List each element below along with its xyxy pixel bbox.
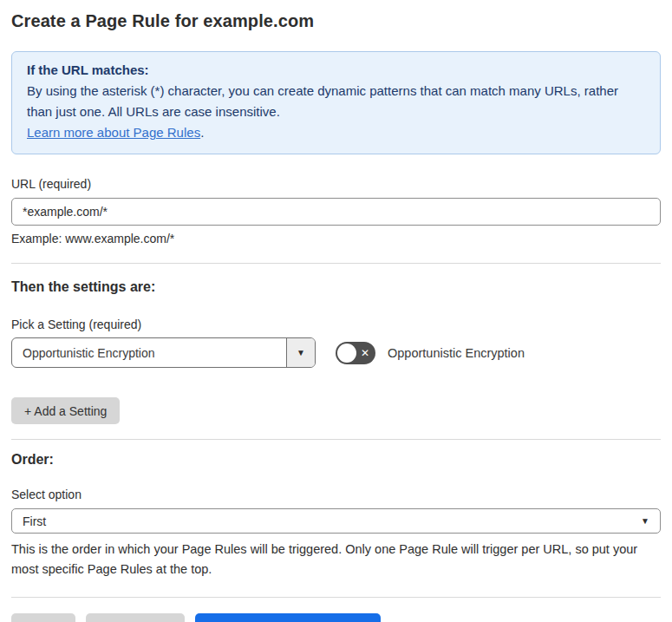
opportunistic-encryption-toggle[interactable]: ✕ <box>336 342 375 364</box>
url-matches-info-box: If the URL matches: By using the asteris… <box>11 51 661 154</box>
save-and-deploy-button[interactable]: Save and Deploy Page Rule <box>195 613 381 622</box>
info-box-body: By using the asterisk (*) character, you… <box>27 81 645 122</box>
divider <box>11 597 661 598</box>
setting-dropdown[interactable]: Opportunistic Encryption ▼ <box>11 337 316 368</box>
form-actions: Cancel Save as Draft Save and Deploy Pag… <box>11 613 661 622</box>
setting-dropdown-value: Opportunistic Encryption <box>12 338 286 367</box>
select-option-label: Select option <box>11 488 661 501</box>
save-as-draft-button[interactable]: Save as Draft <box>86 613 186 622</box>
url-field-label: URL (required) <box>11 177 661 191</box>
chevron-down-icon: ▼ <box>297 349 305 357</box>
divider <box>11 439 661 440</box>
setting-dropdown-button[interactable]: ▼ <box>286 338 315 367</box>
order-select[interactable]: First ▼ <box>11 508 661 534</box>
toggle-off-x-icon: ✕ <box>361 348 369 358</box>
settings-section-heading: Then the settings are: <box>11 279 661 295</box>
info-box-title: If the URL matches: <box>27 60 645 81</box>
pick-setting-label: Pick a Setting (required) <box>11 318 661 331</box>
toggle-label: Opportunistic Encryption <box>388 346 525 360</box>
chevron-down-icon: ▼ <box>641 517 649 526</box>
toggle-knob <box>337 344 356 363</box>
url-input[interactable] <box>11 198 661 226</box>
order-section-heading: Order: <box>11 452 661 468</box>
link-suffix: . <box>200 125 204 140</box>
order-select-value: First <box>23 514 46 528</box>
learn-more-link[interactable]: Learn more about Page Rules <box>27 125 200 140</box>
url-example-hint: Example: www.example.com/* <box>11 232 661 246</box>
info-box-link-line: Learn more about Page Rules. <box>27 122 645 143</box>
order-hint: This is the order in which your Page Rul… <box>11 540 657 579</box>
cancel-button[interactable]: Cancel <box>11 613 75 622</box>
page-title: Create a Page Rule for example.com <box>11 11 661 31</box>
add-setting-button[interactable]: + Add a Setting <box>11 397 120 424</box>
add-setting-row: + Add a Setting <box>11 397 661 424</box>
setting-row: Opportunistic Encryption ▼ ✕ Opportunist… <box>11 337 661 368</box>
divider <box>11 263 661 264</box>
page-rule-form: Create a Page Rule for example.com If th… <box>0 0 672 622</box>
